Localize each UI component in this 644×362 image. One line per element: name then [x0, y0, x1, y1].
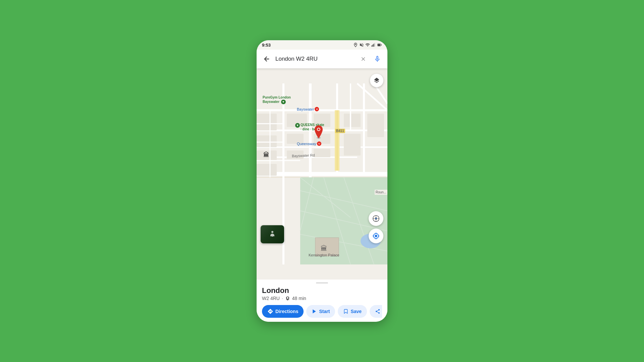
svg-rect-6 [378, 44, 380, 46]
share-button[interactable]: Sh [370, 305, 382, 318]
mute-status-icon [359, 43, 364, 47]
svg-rect-2 [373, 44, 374, 47]
status-time: 9:53 [262, 43, 271, 48]
bottom-sheet-content: London W2 4RU · 48 min Directions [257, 284, 387, 322]
svg-rect-5 [381, 44, 381, 46]
back-icon [263, 55, 270, 63]
svg-rect-3 [374, 43, 375, 47]
svg-rect-43 [257, 164, 277, 176]
share-icon [375, 309, 380, 314]
svg-point-61 [272, 236, 273, 237]
phone-container: 9:53 [257, 40, 387, 322]
place-postcode: W2 4RU [262, 296, 280, 301]
action-buttons-row: Directions Start Save [262, 305, 382, 318]
save-label: Save [351, 309, 362, 314]
directions-button[interactable]: Directions [262, 305, 304, 318]
svg-rect-41 [257, 135, 277, 147]
mic-icon [374, 55, 381, 63]
my-location-button[interactable] [369, 229, 383, 243]
place-subtitle: W2 4RU · 48 min [262, 296, 382, 301]
svg-rect-1 [373, 45, 373, 47]
directions-icon [267, 308, 273, 314]
svg-point-59 [375, 218, 377, 219]
queensway-station-label: Queensway U [297, 141, 321, 146]
voice-search-button[interactable] [371, 53, 383, 65]
bayswater-station-label: Bayswater U [297, 107, 319, 111]
clear-icon [360, 56, 366, 62]
street-view-image [261, 225, 284, 243]
svg-marker-62 [313, 309, 316, 313]
bottom-sheet: London W2 4RU · 48 min Directions [257, 280, 387, 322]
round-pond-label: Roun... [375, 190, 387, 195]
search-query-text: London W2 4RU [275, 56, 318, 62]
b411-label: B411 [335, 129, 345, 133]
status-bar: 9:53 [257, 40, 387, 50]
directions-label: Directions [275, 309, 298, 314]
location-status-icon [353, 43, 358, 47]
sheet-handle-area[interactable] [257, 280, 387, 284]
my-location-icon [372, 232, 380, 240]
street-view-thumbnail[interactable] [261, 225, 284, 243]
svg-rect-0 [372, 45, 372, 47]
save-button[interactable]: Save [338, 305, 367, 318]
kensington-palace-label: 🏛 Kensington Palace [309, 244, 339, 257]
place-name: London [262, 286, 382, 295]
bayswater-rd-label: Bayswater Rd [292, 153, 315, 158]
map-area[interactable]: PureGym LondonBayswater ▼ Bayswater U B4… [257, 68, 387, 280]
svg-rect-36 [314, 149, 330, 157]
compass-icon [372, 215, 380, 222]
start-button[interactable]: Start [306, 305, 335, 318]
search-clear-button[interactable] [358, 54, 369, 64]
start-icon [312, 309, 317, 314]
search-back-button[interactable] [261, 53, 273, 65]
puregym-label: PureGym LondonBayswater ▼ [263, 95, 291, 104]
svg-point-60 [271, 231, 273, 233]
museum-icon: 🏛 [263, 152, 269, 159]
svg-rect-40 [257, 114, 277, 130]
save-icon [343, 309, 348, 314]
svg-rect-39 [367, 114, 384, 137]
svg-point-52 [318, 128, 320, 130]
subtitle-separator: · [282, 296, 283, 301]
start-label: Start [319, 309, 330, 314]
sheet-handle-bar [316, 282, 328, 284]
street-view-person-icon [268, 230, 276, 238]
location-pin[interactable] [314, 125, 324, 140]
search-bar: London W2 4RU [257, 50, 387, 68]
compass-button[interactable] [369, 211, 383, 226]
wifi-status-icon [365, 43, 370, 47]
status-icons [353, 43, 382, 47]
layers-icon [373, 77, 380, 84]
place-transit-time: 48 min [292, 296, 306, 301]
svg-rect-38 [344, 134, 361, 156]
signal-status-icon [371, 43, 376, 47]
battery-status-icon [377, 43, 382, 47]
layers-button[interactable] [370, 74, 383, 87]
transit-icon [285, 296, 290, 301]
svg-rect-37 [344, 114, 361, 127]
search-input-area[interactable]: London W2 4RU [275, 56, 355, 62]
